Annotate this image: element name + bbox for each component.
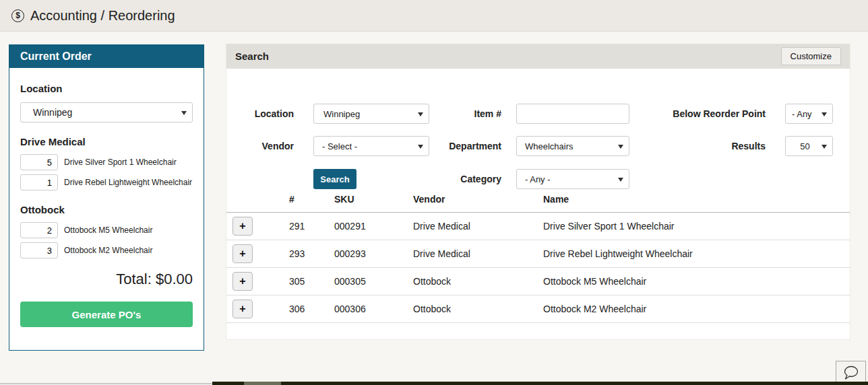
cell-name: Drive Silver Sport 1 Wheelchair <box>543 221 850 232</box>
bottom-edge-dark <box>212 382 868 385</box>
order-item-name: Drive Rebel Lightweight Wheelchair <box>64 178 192 187</box>
add-button-cell: + <box>226 272 289 291</box>
order-qty-input[interactable] <box>20 174 58 190</box>
location-filter-value: Winnipeg <box>314 109 360 119</box>
cell-num: 305 <box>289 276 334 287</box>
order-item-row: Ottobock M5 Wheelchair <box>20 222 193 238</box>
category-filter-value: - Any - <box>517 174 551 184</box>
search-panel-title: Search <box>235 50 269 62</box>
add-button-cell: + <box>226 300 289 318</box>
location-filter-select[interactable]: Winnipeg <box>313 104 429 124</box>
results-table: # SKU Vendor Name +291000291Drive Medica… <box>226 186 850 323</box>
vendor-filter-value: - Select - <box>314 141 357 151</box>
order-groups: Drive MedicalDrive Silver Sport 1 Wheelc… <box>20 136 193 258</box>
cell-name: Ottobock M5 Wheelchair <box>543 276 850 287</box>
column-header-name: Name <box>543 194 850 205</box>
cell-sku: 000305 <box>334 276 413 287</box>
dropdown-arrow-icon <box>418 112 423 116</box>
order-qty-input[interactable] <box>20 222 58 238</box>
search-panel-header: Search Customize <box>226 44 850 69</box>
below-reorder-point-select[interactable]: - Any <box>785 104 833 124</box>
dropdown-arrow-icon <box>418 145 423 149</box>
chat-bubble-icon <box>842 365 860 380</box>
order-vendor-heading: Ottobock <box>20 204 193 215</box>
cell-num: 291 <box>289 221 334 232</box>
page-title: Accounting / Reordering <box>30 8 175 24</box>
cell-vendor: Drive Medical <box>413 221 543 232</box>
add-item-button[interactable]: + <box>232 217 253 236</box>
generate-pos-button[interactable]: Generate PO's <box>20 302 193 327</box>
bottom-edge-left <box>0 383 212 384</box>
results-count-select[interactable]: 50 <box>785 136 833 156</box>
order-item-name: Ottobock M5 Wheelchair <box>64 225 152 235</box>
search-panel: Search Customize Location Winnipeg Item … <box>226 44 850 340</box>
bottom-edge-light <box>244 382 281 385</box>
item-number-label: Item # <box>429 104 501 124</box>
cell-sku: 000306 <box>334 304 413 314</box>
department-filter-label: Department <box>429 136 501 156</box>
results-count-label: Results <box>563 136 766 156</box>
add-item-button[interactable]: + <box>232 244 253 263</box>
order-total: Total: $0.00 <box>20 271 193 288</box>
table-row: +306000306OttobockOttobock M2 Wheelchair <box>226 295 850 323</box>
dropdown-arrow-icon <box>822 112 827 116</box>
dropdown-arrow-icon <box>618 178 623 182</box>
cell-num: 293 <box>289 248 334 259</box>
cell-vendor: Drive Medical <box>413 248 543 259</box>
column-header-sku: SKU <box>334 194 413 205</box>
cell-sku: 000291 <box>334 221 413 232</box>
add-button-cell: + <box>226 244 289 263</box>
order-item-name: Drive Silver Sport 1 Wheelchair <box>64 158 177 167</box>
order-vendor-heading: Drive Medical <box>20 136 193 147</box>
cell-sku: 000293 <box>334 248 413 259</box>
table-row: +293000293Drive MedicalDrive Rebel Light… <box>226 240 850 268</box>
order-qty-input[interactable] <box>20 154 58 170</box>
results-table-header: # SKU Vendor Name <box>226 186 850 213</box>
search-form: Location Winnipeg Item # Below Reorder P… <box>226 69 850 186</box>
dropdown-arrow-icon <box>822 145 827 149</box>
table-row: +291000291Drive MedicalDrive Silver Spor… <box>226 213 850 240</box>
cell-name: Drive Rebel Lightweight Wheelchair <box>543 248 850 259</box>
table-row: +305000305OttobockOttobock M5 Wheelchair <box>226 268 850 295</box>
chat-widget-button[interactable] <box>836 361 866 384</box>
below-reorder-point-value: - Any <box>786 109 812 119</box>
top-header-bar: $ Accounting / Reordering <box>0 0 868 32</box>
add-button-cell: + <box>226 217 289 236</box>
dollar-circle-icon: $ <box>11 9 24 22</box>
add-item-button[interactable]: + <box>232 272 253 291</box>
order-location-label: Location <box>20 83 193 94</box>
column-header-vendor: Vendor <box>413 194 543 205</box>
current-order-body: Location Winnipeg Drive MedicalDrive Sil… <box>9 68 204 327</box>
order-item-name: Ottobock M2 Wheelchair <box>64 246 152 255</box>
add-item-button[interactable]: + <box>232 300 253 318</box>
vendor-filter-label: Vendor <box>226 136 294 156</box>
order-qty-input[interactable] <box>20 242 58 258</box>
cell-num: 306 <box>289 304 334 314</box>
order-item-row: Drive Rebel Lightweight Wheelchair <box>20 174 193 190</box>
below-reorder-point-label: Below Reorder Point <box>563 104 766 124</box>
cell-vendor: Ottobock <box>413 276 543 287</box>
order-location-value: Winnipeg <box>33 107 72 118</box>
column-header-num: # <box>289 194 334 205</box>
order-item-row: Ottobock M2 Wheelchair <box>20 242 193 258</box>
vendor-filter-select[interactable]: - Select - <box>313 136 429 156</box>
current-order-title: Current Order <box>9 45 204 68</box>
location-filter-label: Location <box>226 104 294 124</box>
customize-button[interactable]: Customize <box>781 47 841 65</box>
cell-vendor: Ottobock <box>413 304 543 314</box>
order-location-select[interactable]: Winnipeg <box>20 102 193 123</box>
dropdown-arrow-icon <box>181 111 187 115</box>
order-item-row: Drive Silver Sport 1 Wheelchair <box>20 154 193 170</box>
results-table-body: +291000291Drive MedicalDrive Silver Spor… <box>226 213 850 323</box>
cell-name: Ottobock M2 Wheelchair <box>543 304 850 314</box>
current-order-panel: Current Order Location Winnipeg Drive Me… <box>9 44 204 351</box>
